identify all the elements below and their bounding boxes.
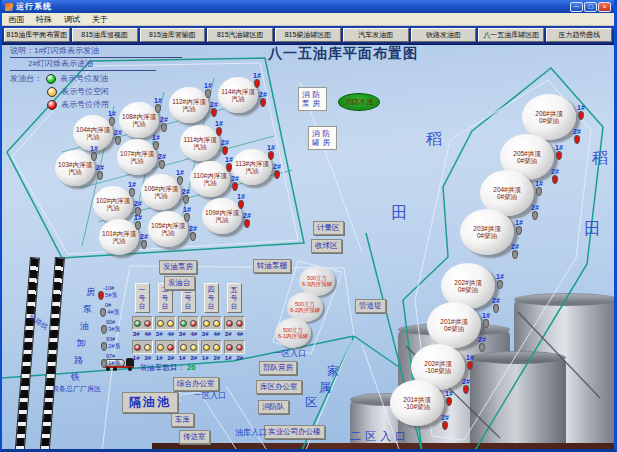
tank-107-indicator-1: 1# [152, 134, 160, 150]
tank-label-line1: 103#内浮顶 [58, 161, 92, 168]
menu-item-4[interactable]: 关于 [92, 14, 108, 25]
indicator-label: 2# [210, 101, 218, 108]
light-labels-top: 3#4# [156, 331, 174, 337]
menu-item-1[interactable]: 画面 [8, 14, 24, 25]
tank-label-line1: 201#拱顶 [440, 318, 467, 326]
pump-name: 2#泵 [108, 342, 121, 351]
toolbar-button-6[interactable]: 汽车发油图 [343, 28, 409, 42]
tank-110-indicator-1: 1# [225, 156, 233, 172]
indicator-label: 2# [189, 225, 197, 232]
gas-tank-114: 114#内浮顶汽油1#2# [218, 77, 258, 113]
thermometer-icon [177, 176, 183, 185]
pump-name: 3#泵 [108, 325, 121, 334]
light-label: 3# [202, 331, 209, 337]
status-light-1# [226, 344, 233, 351]
pump-name: 1#泵 [108, 359, 121, 368]
pump-icon [100, 308, 106, 317]
toolbar-button-8[interactable]: 八一五油库罐区图 [478, 28, 544, 42]
indicator-label: 1# [237, 193, 245, 200]
light-panel-bottom [224, 340, 245, 354]
light-panel-top [132, 316, 153, 330]
toolbar-button-2[interactable]: 815油库巡视图 [72, 28, 138, 42]
tank-body: 101#内浮顶汽油 [99, 219, 139, 255]
loading-platform-4: 四号台3#4#1#2# [200, 283, 222, 361]
gas-tank-107: 107#内浮顶汽油1#2# [117, 139, 157, 175]
indicator-label: 2# [441, 414, 449, 421]
indicator-label: 2# [140, 233, 148, 240]
toolbar-button-9[interactable]: 压力趋势曲线 [546, 28, 612, 42]
family-area-char-1: 家 [327, 363, 339, 380]
toolbar-button-5[interactable]: 815柴油罐区图 [275, 28, 341, 42]
tank-label-line2: 0#柴油 [444, 325, 464, 333]
oil-separation-pool: 隔油池 [122, 392, 178, 413]
toolbar-button-3[interactable]: 815油库管输图 [140, 28, 206, 42]
diesel-tank-201-10: 201#拱顶-10#柴油1#2# [390, 380, 444, 426]
tank-label-line1: 108#内浮顶 [122, 113, 156, 120]
tank-111-indicator-1: 1# [215, 120, 223, 136]
close-button[interactable]: × [598, 2, 611, 12]
toolbar-button-4[interactable]: 815汽油罐区图 [207, 28, 273, 42]
status-light-1# [134, 344, 141, 351]
indicator-label: 1# [152, 134, 160, 141]
thermometer-icon [442, 421, 448, 430]
indicator-label: 1# [176, 169, 184, 176]
tank-body: 103#内浮顶汽油 [55, 150, 95, 186]
fire-pump-house: 消防 泵房 [298, 87, 327, 111]
light-labels-bottom: 1#2# [156, 355, 174, 361]
status-light-3# [226, 320, 233, 327]
light-label: 3# [179, 331, 186, 337]
app-icon [5, 3, 13, 11]
tank-label-line1: 106#内浮顶 [144, 185, 178, 192]
paddy-field-char-4: 田 [584, 219, 600, 240]
toolbar-button-7[interactable]: 铁路发油图 [411, 28, 477, 42]
menu-item-2[interactable]: 特殊 [36, 14, 52, 25]
tank-112-indicator-2: 2# [210, 101, 218, 117]
light-labels-bottom: 1#2# [225, 355, 243, 361]
status-light-1# [203, 344, 210, 351]
thermometer-icon [512, 250, 518, 259]
depot-entrance: 油库入口 [235, 427, 267, 438]
indicator-label: 2# [231, 175, 239, 182]
pump-name: 4#泵 [107, 308, 120, 317]
tank-label-line2: 0#柴油 [477, 232, 497, 240]
app-window: 运行系统 ─ □ × 画面特殊调试关于 815油库平面布置图815油库巡视图81… [0, 0, 617, 452]
maximize-button[interactable]: □ [584, 2, 597, 12]
tank-label-line1: 202#拱顶 [454, 279, 481, 287]
light-panel-top [178, 316, 199, 330]
gas-tank-110: 110#内浮顶汽油1#2# [190, 161, 230, 197]
status-light-3# [180, 320, 187, 327]
tank-201-0-indicator-1: 1# [482, 312, 490, 328]
thermometer-icon [129, 188, 135, 197]
troop-barracks: 部队营房 [259, 361, 297, 375]
toolbar-button-1[interactable]: 815油库平面布置图 [4, 28, 70, 42]
thermometer-icon [153, 141, 159, 150]
truck-count: 装油车数目：20 [140, 363, 195, 373]
thermometer-icon [216, 127, 222, 136]
light-label: 4# [214, 331, 221, 337]
thermometer-icon [446, 397, 452, 406]
tank-114-indicator-1: 1# [253, 72, 261, 88]
thermometer-icon [222, 146, 228, 155]
rail-pump-5#泵: -10#5#泵 [98, 285, 118, 300]
light-label: 2# [214, 355, 221, 361]
fire-tank-house: 消防 罐房 [308, 126, 337, 150]
thermometer-icon [109, 117, 115, 126]
tank-body: 111#内浮顶汽油 [180, 125, 220, 161]
photo-ground [152, 443, 617, 452]
thermometer-icon [238, 200, 244, 209]
indicator-label: 2# [96, 164, 104, 171]
light-label: 2# [237, 355, 244, 361]
pump-row: 3#泵 [101, 325, 121, 334]
tank-label-line2: 汽油 [69, 168, 82, 175]
thermometer-icon [552, 175, 558, 184]
paddy-field-char-3: 稻 [592, 148, 608, 169]
menu-item-3[interactable]: 调试 [64, 14, 80, 25]
light-labels-bottom: 1#2# [202, 355, 220, 361]
legend: 说明：1#灯闪烁表示发油 2#灯闪烁表示进油 发油台： 表示号位发油 表示号位空… [10, 45, 182, 110]
light-panel-bottom [201, 340, 222, 354]
rail-pump-1#泵: 97#1#泵 [101, 353, 121, 368]
tank-label-line2: 汽油 [133, 120, 146, 127]
tank-101-indicator-1: 1# [134, 214, 142, 230]
tank-label-line2: 汽油 [232, 95, 245, 102]
minimize-button[interactable]: ─ [570, 2, 583, 12]
